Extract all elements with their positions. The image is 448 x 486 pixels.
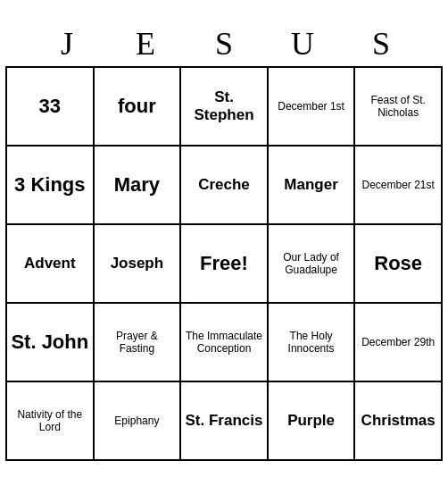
cell-16: Prayer & Fasting [95,304,182,382]
header-letter-j-0: J [28,25,106,63]
cell-15: St. John [7,304,95,382]
cell-11: Joseph [95,225,182,304]
cell-8: Manger [269,147,356,225]
cell-24: Christmas [355,382,443,461]
cell-21: Epiphany [95,382,182,461]
cell-10: Advent [7,225,95,304]
cell-9: December 21st [355,147,443,225]
cell-20: Nativity of the Lord [7,382,95,461]
cell-2: St. Stephen [181,68,269,147]
header-letter-u-3: U [263,25,342,63]
header-letter-e-1: E [106,25,185,63]
bingo-card: JESUS 33fourSt. StephenDecember 1stFeast… [5,25,443,461]
cell-14: Rose [355,225,443,304]
cell-7: Creche [181,147,269,225]
header-letter-s-4: S [342,25,420,63]
cell-4: Feast of St. Nicholas [355,68,443,147]
header-letter-s-2: S [185,25,263,63]
cell-5: 3 Kings [7,147,95,225]
cell-23: Purple [269,382,356,461]
cell-0: 33 [7,68,95,147]
bingo-grid: 33fourSt. StephenDecember 1stFeast of St… [5,66,443,461]
cell-6: Mary [95,147,182,225]
header-row: JESUS [5,25,443,63]
cell-18: The Holy Innocents [269,304,356,382]
cell-19: December 29th [355,304,443,382]
cell-17: The Immaculate Conception [181,304,269,382]
cell-22: St. Francis [181,382,269,461]
cell-12: Free! [181,225,269,304]
cell-3: December 1st [269,68,356,147]
cell-13: Our Lady of Guadalupe [269,225,356,304]
cell-1: four [95,68,182,147]
